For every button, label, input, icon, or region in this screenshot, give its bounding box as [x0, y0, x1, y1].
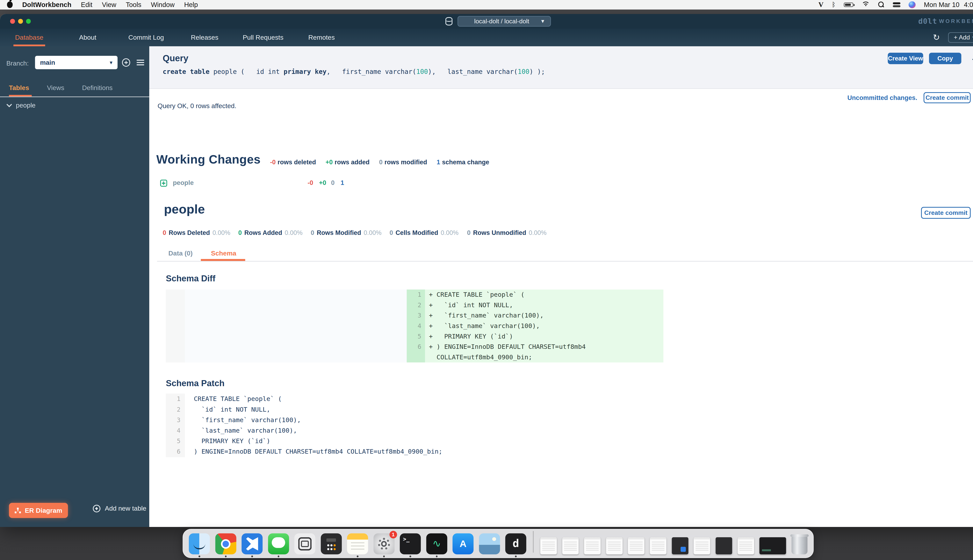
minimized-window-thumbnail[interactable] — [562, 537, 579, 554]
diff-line: + `first_name` varchar(100), — [425, 310, 664, 321]
menu-item-view[interactable]: View — [102, 1, 116, 8]
sidebar-tab-tables[interactable]: Tables — [9, 81, 29, 95]
patch-line: `first_name` varchar(100), — [185, 415, 973, 425]
database-selector[interactable]: local-dolt / local-dolt ▼ — [458, 16, 551, 27]
schema-patch-block: 1 2 3 4 5 6 CREATE TABLE `people` ( `id`… — [166, 393, 973, 457]
tab-schema[interactable]: Schema — [211, 250, 236, 257]
trash-icon[interactable] — [792, 536, 807, 554]
stat-value: 0 — [467, 229, 471, 237]
branch-selector[interactable]: main ▾ — [35, 56, 117, 69]
tab-data[interactable]: Data (0) — [168, 250, 192, 257]
minimized-window-thumbnail[interactable] — [584, 537, 601, 554]
v-app-icon[interactable]: V — [819, 1, 824, 9]
nav-tab-releases[interactable]: Releases — [176, 28, 234, 46]
minimized-window-thumbnail[interactable] — [737, 537, 754, 554]
add-button[interactable]: + Add ▾ — [948, 32, 973, 43]
stat-label: Rows Added — [244, 229, 282, 237]
nav-tab-database[interactable]: Database — [0, 28, 59, 46]
screenshot-icon[interactable] — [294, 533, 316, 554]
minimized-window-thumbnail[interactable] — [628, 537, 645, 554]
sidebar-tab-views[interactable]: Views — [47, 81, 64, 95]
minimized-window-thumbnail[interactable] — [650, 537, 667, 554]
wifi-icon[interactable] — [862, 2, 870, 8]
main-content: Query create table people ( id int prima… — [149, 46, 973, 527]
stat-label: rows deleted — [278, 159, 316, 166]
add-new-table-button[interactable]: Add new table — [93, 505, 146, 512]
diff-left-gutter — [166, 290, 185, 363]
notes-icon[interactable] — [347, 533, 368, 554]
nav-tab-about[interactable]: About — [59, 28, 117, 46]
siri-icon[interactable] — [909, 2, 916, 8]
system-settings-icon[interactable]: 1 — [373, 533, 395, 554]
minimized-window-thumbnail[interactable] — [606, 537, 622, 554]
vscode-icon[interactable] — [242, 533, 263, 554]
schema-diff-title: Schema Diff — [166, 273, 216, 283]
photos-icon[interactable] — [479, 533, 500, 554]
nav-tab-commit-log[interactable]: Commit Log — [117, 28, 176, 46]
table-detail-title: people — [164, 202, 205, 217]
row-delta-deleted: -0 — [308, 179, 313, 187]
menu-item-edit[interactable]: Edit — [81, 1, 92, 8]
terminal-icon[interactable] — [400, 533, 421, 554]
menu-item-tools[interactable]: Tools — [126, 1, 141, 8]
plus-circle-icon — [93, 505, 100, 512]
battery-icon[interactable] — [844, 3, 853, 7]
apple-menu-icon[interactable] — [7, 2, 13, 8]
minimized-window-thumbnail[interactable] — [694, 537, 710, 554]
minimized-window-thumbnail[interactable] — [540, 537, 557, 554]
nav-tab-pull-requests[interactable]: Pull Requests — [234, 28, 292, 46]
create-commit-button[interactable]: Create commit — [921, 207, 971, 218]
menu-app-name[interactable]: DoltWorkbench — [22, 1, 72, 8]
uncommitted-changes-label: Uncommitted changes. — [847, 94, 917, 102]
diff-line-numbers: 1 2 3 4 5 6 — [407, 290, 425, 363]
minimized-window-thumbnail[interactable] — [716, 537, 732, 554]
copy-button[interactable]: Copy — [929, 53, 961, 64]
menu-clock[interactable]: Mon Mar 104:06 PM — [924, 1, 973, 8]
chrome-icon[interactable] — [215, 533, 236, 554]
menu-item-help[interactable]: Help — [184, 1, 198, 8]
create-commit-button[interactable]: Create commit — [924, 92, 971, 103]
close-window-button[interactable] — [10, 19, 15, 23]
er-diagram-button[interactable]: ER Diagram — [9, 503, 68, 518]
spotlight-search-icon[interactable] — [878, 2, 884, 8]
menu-item-window[interactable]: Window — [151, 1, 175, 8]
branch-label: Branch: — [7, 60, 29, 67]
dolt-app-icon[interactable] — [505, 533, 527, 554]
app-store-icon[interactable] — [453, 533, 474, 554]
minimized-window-thumbnail[interactable] — [759, 537, 786, 554]
bluetooth-icon[interactable]: ᛒ — [832, 1, 836, 8]
zoom-window-button[interactable] — [26, 19, 31, 23]
notification-badge: 1 — [390, 531, 397, 538]
schema-patch-title: Schema Patch — [166, 378, 224, 388]
diff-line: + ) ENGINE=InnoDB DEFAULT CHARSET=utf8mb… — [425, 342, 664, 352]
finder-icon[interactable] — [189, 533, 210, 554]
window-title-bar: local-dolt / local-dolt ▼ d0lt WORKBENCH — [0, 14, 973, 28]
dock-separator — [533, 531, 533, 553]
query-sql[interactable]: create table people ( id int primary key… — [163, 68, 545, 75]
calculator-icon[interactable] — [321, 533, 342, 554]
refresh-icon[interactable]: ↻ — [933, 33, 940, 42]
patch-code: CREATE TABLE `people` ( `id` int NOT NUL… — [185, 393, 973, 457]
minimize-window-button[interactable] — [18, 19, 23, 23]
nav-tab-remotes[interactable]: Remotes — [292, 28, 351, 46]
diff-line: + `last_name` varchar(100), — [425, 321, 664, 331]
table-tree-item-people[interactable]: people — [0, 100, 149, 111]
minimized-window-thumbnail[interactable] — [672, 537, 688, 554]
working-changes-table-row[interactable]: people -0 +0 0 1 — [149, 178, 505, 189]
diff-added-code: + CREATE TABLE `people` ( + `id` int NOT… — [425, 290, 664, 363]
stat-value: 0 — [311, 229, 314, 237]
collapse-query-chevron-up-icon[interactable] — [972, 55, 973, 63]
sidebar-tab-definitions[interactable]: Definitions — [82, 81, 113, 95]
activity-monitor-icon[interactable] — [426, 533, 447, 554]
diff-line: + CREATE TABLE `people` ( — [425, 290, 664, 300]
control-center-icon[interactable] — [893, 2, 900, 7]
schema-diff-block: 1 2 3 4 5 6 + CREATE TABLE `people` ( + … — [166, 290, 664, 363]
messages-icon[interactable] — [268, 533, 289, 554]
create-view-button[interactable]: Create View — [888, 53, 923, 64]
row-delta-schema: 1 — [341, 179, 344, 187]
patch-line-numbers: 1 2 3 4 5 6 — [166, 393, 185, 457]
database-icon — [445, 17, 453, 25]
branch-menu-icon[interactable] — [137, 60, 144, 65]
new-branch-button[interactable] — [122, 58, 130, 67]
patch-line: `last_name` varchar(100), — [185, 425, 973, 436]
